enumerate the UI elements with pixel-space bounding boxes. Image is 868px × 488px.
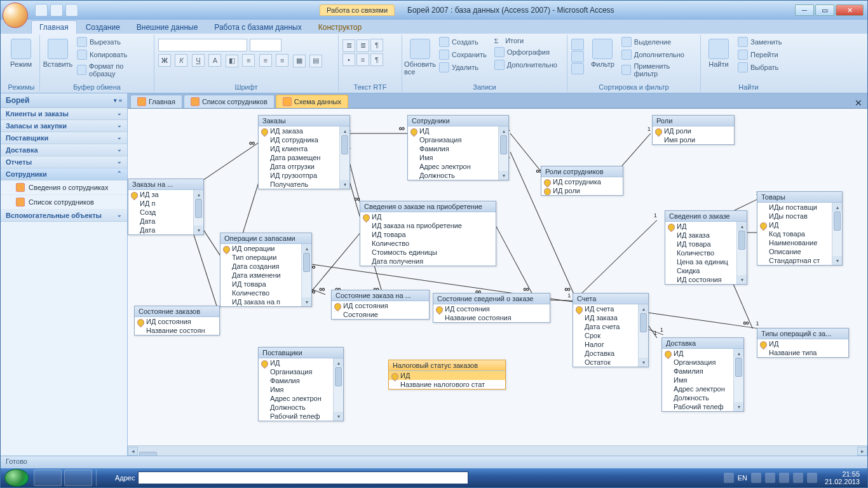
table-field[interactable]: Имя	[662, 376, 743, 384]
numbering-button[interactable]: ≡	[356, 53, 369, 66]
table-field[interactable]: ИД состояния	[433, 304, 550, 313]
table-window[interactable]: ЗаказыИД заказаИД сотрудникаИД клиентаДа…	[258, 115, 350, 189]
table-window[interactable]: ПоставщикиИДОрганизацияФамилияИмяАдрес э…	[258, 347, 344, 421]
nav-item[interactable]: Список сотрудников	[1, 195, 127, 210]
table-field[interactable]: Название состояния	[433, 313, 550, 322]
minimize-button[interactable]: ─	[795, 4, 814, 16]
nav-group[interactable]: Доставка⌄	[1, 144, 127, 156]
scroll-up-button[interactable]: ▴	[334, 358, 343, 367]
vertical-scrollbar[interactable]: ▴▾	[638, 304, 648, 367]
table-field[interactable]: ИД товара	[360, 230, 496, 239]
table-field[interactable]: Адрес электрон	[408, 162, 508, 171]
table-field[interactable]: Скидка	[665, 266, 747, 275]
sort-asc-button[interactable]	[571, 39, 584, 50]
table-field[interactable]: Количество	[220, 288, 311, 297]
table-title[interactable]: Сведения о заказе на приобретение	[360, 201, 496, 212]
italic-button[interactable]: К	[175, 54, 187, 67]
align-left-button[interactable]: ≡	[242, 54, 255, 67]
doc-tab-home[interactable]: Главная	[130, 95, 182, 108]
table-field[interactable]: ИД	[757, 220, 842, 229]
close-document-button[interactable]: ✕	[850, 98, 867, 108]
qat-undo-icon[interactable]	[50, 4, 63, 17]
table-field[interactable]: ИД клиента	[259, 144, 349, 153]
scroll-thumb[interactable]	[195, 199, 202, 218]
copy-button[interactable]: Копировать	[74, 49, 150, 60]
doc-tab-employees[interactable]: Список сотрудников	[184, 95, 275, 108]
table-field[interactable]: Должность	[408, 171, 508, 180]
table-field[interactable]: Дата создания	[220, 262, 311, 271]
table-title[interactable]: Сведения о заказе	[665, 211, 747, 222]
task-word-button[interactable]	[64, 470, 92, 486]
table-field[interactable]: ИД	[665, 222, 747, 231]
table-field[interactable]: Фамилия	[408, 144, 508, 153]
nav-group[interactable]: Сотрудники⌃	[1, 168, 127, 180]
nav-group[interactable]: Вспомогательные объекты⌄	[1, 210, 127, 222]
scroll-up-button[interactable]: ▴	[340, 126, 349, 135]
align-right-button[interactable]: ≡	[276, 54, 288, 67]
table-field[interactable]: Наименование	[757, 238, 842, 247]
table-field[interactable]: Описание	[757, 247, 842, 256]
refresh-button[interactable]: Обновить все	[406, 36, 434, 76]
table-window[interactable]: Налоговый статус заказовИДНазвание налог…	[388, 360, 506, 390]
table-field[interactable]: Название состоян	[135, 326, 219, 335]
align-center-button[interactable]: ≡	[259, 54, 272, 67]
qat-save-icon[interactable]	[35, 4, 48, 17]
table-title[interactable]: Заказы	[259, 116, 349, 126]
paste-button[interactable]: Вставить	[44, 36, 72, 68]
vertical-scrollbar[interactable]: ▴▾	[301, 244, 311, 306]
table-field[interactable]: Дата отгрузки	[259, 162, 349, 171]
table-field[interactable]: ИД роли	[653, 126, 734, 135]
scroll-down-button[interactable]: ▾	[499, 171, 508, 180]
table-window[interactable]: СчетаИД счетаИД заказаДата счетаСрокНало…	[573, 293, 649, 367]
table-field[interactable]: ИД товара	[220, 280, 311, 288]
maximize-button[interactable]: ▭	[815, 4, 834, 16]
table-window[interactable]: Состояние заказовИД состоянияНазвание со…	[134, 306, 220, 336]
bold-button[interactable]: Ж	[158, 54, 171, 67]
tray-icon[interactable]	[724, 473, 734, 483]
save-record-button[interactable]: Сохранить	[437, 49, 489, 60]
table-field[interactable]: Должность	[259, 403, 343, 412]
nav-group[interactable]: Поставщики⌄	[1, 132, 127, 144]
table-field[interactable]: Состояние	[332, 310, 429, 319]
delete-record-button[interactable]: Удалить	[437, 62, 489, 73]
table-field[interactable]: Имя роли	[653, 135, 734, 144]
table-field[interactable]: ИД заказа	[573, 313, 648, 322]
table-field[interactable]: ИД состояния	[332, 301, 429, 310]
table-window[interactable]: ДоставкаИДОрганизацияФамилияИмяАдрес эле…	[661, 337, 744, 412]
table-title[interactable]: Роли сотрудников	[541, 166, 623, 177]
table-window[interactable]: СотрудникиИДОрганизацияФамилияИмяАдрес э…	[407, 115, 509, 180]
fill-color-button[interactable]: ◧	[226, 55, 238, 67]
table-field[interactable]: Остаток	[573, 358, 648, 367]
scroll-thumb[interactable]	[341, 135, 348, 154]
more-records-button[interactable]: Дополнительно	[492, 59, 560, 71]
scroll-up-button[interactable]: ▴	[737, 222, 747, 231]
table-field[interactable]: ИД состояния	[135, 317, 219, 326]
table-field[interactable]: Название налогового стат	[389, 380, 505, 389]
table-window[interactable]: Состояние сведений о заказеИД состоянияН…	[433, 293, 550, 323]
scroll-thumb[interactable]	[640, 313, 647, 332]
start-button[interactable]	[4, 469, 29, 487]
table-field[interactable]: ИД заказа	[259, 126, 349, 135]
cut-button[interactable]: Вырезать	[74, 36, 150, 48]
ribbon-tab-design[interactable]: Конструктор	[311, 21, 369, 34]
table-field[interactable]: ИД товара	[665, 240, 747, 248]
table-field[interactable]: ИД грузоотпра	[259, 171, 349, 180]
underline-button[interactable]: Ч	[192, 54, 205, 67]
table-field[interactable]: Созд	[128, 208, 203, 217]
tray-icon[interactable]	[751, 473, 761, 483]
scroll-down-button[interactable]: ▾	[734, 402, 743, 411]
address-input[interactable]	[138, 471, 468, 484]
table-title[interactable]: Товары	[757, 192, 842, 203]
scroll-thumb[interactable]	[834, 212, 841, 231]
toggle-filter-button[interactable]: Применить фильтр	[619, 62, 696, 78]
format-painter-button[interactable]: Формат по образцу	[74, 62, 150, 78]
selection-filter-button[interactable]: Выделение	[619, 36, 696, 48]
scroll-up-button[interactable]: ▴	[194, 190, 203, 199]
find-button[interactable]: Найти	[705, 36, 733, 68]
nav-header[interactable]: Борей▾ «	[1, 93, 127, 108]
ribbon-tab-create[interactable]: Создание	[78, 21, 128, 34]
rtl-button[interactable]: ¶	[370, 53, 383, 66]
clock[interactable]: 21:5521.02.2013	[821, 470, 864, 485]
table-field[interactable]: ИД состояния	[665, 275, 747, 284]
vertical-scrollbar[interactable]: ▴▾	[832, 203, 842, 265]
